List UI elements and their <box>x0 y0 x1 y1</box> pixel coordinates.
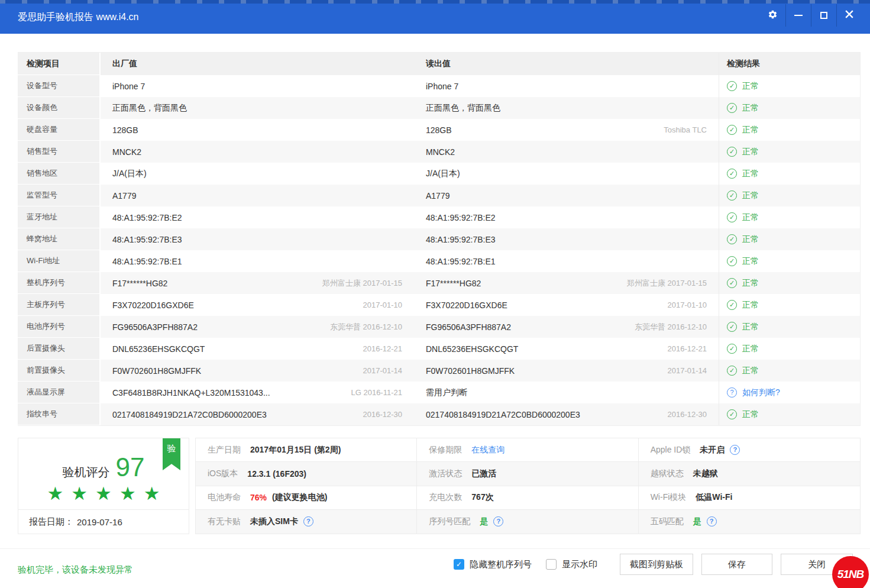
hide-serial-checkbox[interactable]: ✓ <box>454 559 464 570</box>
row-item-label: 设备型号 <box>18 75 101 97</box>
maximize-button[interactable] <box>811 4 836 27</box>
check-circle-icon: ✓ <box>727 234 737 244</box>
summary-section: 验 验机评分 97 ★★★★★ 报告日期： 2019-07-16 生产日期201… <box>18 438 861 534</box>
row-factory-value: C3F6481B8RJH1NKAQ+L320M1531043...LG 2016… <box>101 382 414 403</box>
row-read-value: MNCK2 <box>414 141 719 163</box>
check-circle-icon: ✓ <box>727 278 737 288</box>
question-circle-icon[interactable]: ? <box>730 445 740 455</box>
show-watermark-label: 显示水印 <box>562 559 597 570</box>
row-factory-value: 0217408184919D21A72C0BD6000200E32016-12-… <box>101 403 414 425</box>
info-value: 未越狱 <box>693 469 718 479</box>
question-circle-icon[interactable]: ? <box>303 516 313 526</box>
table-rows: 设备型号iPhone 7iPhone 7✓正常设备颜色正面黑色，背面黑色正面黑色… <box>18 75 860 425</box>
factory-value-note: 2017-01-14 <box>363 366 403 375</box>
row-result: ✓正常 <box>719 403 860 425</box>
table-row: 主板序列号F3X70220D16GXD6E2017-01-10F3X70220D… <box>18 294 860 316</box>
row-factory-value: 48:A1:95:92:7B:E3 <box>101 228 414 250</box>
table-row: 销售地区J/A(日本)J/A(日本)✓正常 <box>18 163 860 185</box>
online-query-link[interactable]: 在线查询 <box>471 445 504 455</box>
row-factory-value: FG96506A3PFH887A2东莞华普 2016-12-10 <box>101 316 414 338</box>
info-label: Wi-Fi模块 <box>651 492 687 503</box>
info-cell-有无卡贴: 有无卡贴未插入SIM卡? <box>196 510 417 534</box>
verification-status-text: 验机完毕，该设备未发现异常 <box>18 564 133 576</box>
info-cell-iOS版本: iOS版本12.3.1 (16F203) <box>196 462 417 486</box>
check-circle-icon: ✓ <box>727 125 737 135</box>
table-row: 蜂窝地址48:A1:95:92:7B:E348:A1:95:92:7B:E3✓正… <box>18 228 860 250</box>
check-circle-icon: ✓ <box>727 147 737 157</box>
question-circle-icon: ? <box>727 387 737 398</box>
result-normal-text: 正常 <box>742 147 759 157</box>
table-row: 设备颜色正面黑色，背面黑色正面黑色，背面黑色✓正常 <box>18 97 860 119</box>
info-cell-激活状态: 激活状态已激活 <box>417 462 638 486</box>
info-label: 生产日期 <box>208 445 241 455</box>
check-circle-icon: ✓ <box>727 81 737 91</box>
row-item-label: 电池序列号 <box>18 316 101 338</box>
settings-button[interactable] <box>760 4 785 27</box>
read-value-note: 郑州富士康 2017-01-15 <box>627 278 707 289</box>
info-value-text: 2017年01月15日 (第2周) <box>250 445 341 455</box>
info-label: 越狱状态 <box>651 469 684 479</box>
row-result: ✓正常 <box>719 250 860 272</box>
result-normal-text: 正常 <box>742 344 759 354</box>
hide-serial-label: 隐藏整机序列号 <box>470 559 532 570</box>
row-read-value: 0217408184919D21A72C0BD6000200E32016-12-… <box>414 403 719 425</box>
row-result: ✓正常 <box>719 360 860 382</box>
result-normal-text: 正常 <box>742 300 759 311</box>
row-read-value: 48:A1:95:92:7B:E1 <box>414 250 719 272</box>
factory-value-note: 2017-01-10 <box>363 301 403 309</box>
factory-value-text: iPhone 7 <box>112 82 145 91</box>
read-value-note: 2017-01-14 <box>668 366 707 375</box>
minimize-button[interactable] <box>785 4 811 27</box>
read-value-text: 48:A1:95:92:7B:E3 <box>426 235 496 244</box>
info-label: 五码匹配 <box>651 516 684 527</box>
screenshot-to-clipboard-button[interactable]: 截图到剪贴板 <box>620 554 693 575</box>
row-read-value: DNL65236EHSGKCQGT2016-12-21 <box>414 338 719 360</box>
check-circle-icon: ✓ <box>727 256 737 266</box>
result-normal-text: 正常 <box>742 169 759 179</box>
result-normal-text: 正常 <box>742 234 759 245</box>
how-to-judge-link[interactable]: 如何判断? <box>742 387 780 398</box>
row-read-value: F3X70220D16GXD6E2017-01-10 <box>414 294 719 316</box>
close-button[interactable] <box>836 4 862 27</box>
save-button[interactable]: 保存 <box>701 554 772 575</box>
read-value-text: DNL65236EHSGKCQGT <box>426 344 518 354</box>
info-value-text: 是 <box>693 516 701 527</box>
window-title: 爱思助手验机报告 www.i4.cn <box>18 11 138 24</box>
info-value: 低温Wi-Fi <box>696 492 732 503</box>
row-read-value: 需用户判断 <box>414 382 719 403</box>
factory-value-text: C3F6481B8RJH1NKAQ+L320M1531043... <box>112 388 270 398</box>
row-factory-value: F0W702601H8GMJFFK2017-01-14 <box>101 360 414 382</box>
info-value: 是? <box>480 516 503 527</box>
check-circle-icon: ✓ <box>727 169 737 179</box>
close-icon <box>845 10 853 21</box>
question-circle-icon[interactable]: ? <box>707 516 717 526</box>
row-factory-value: F3X70220D16GXD6E2017-01-10 <box>101 294 414 316</box>
read-value-note: 东莞华普 2016-12-10 <box>635 322 707 332</box>
info-value-text: 未开启 <box>700 445 725 455</box>
score-value: 97 <box>116 453 145 482</box>
row-item-label: 设备颜色 <box>18 97 101 119</box>
row-read-value: iPhone 7 <box>414 75 719 97</box>
result-normal-text: 正常 <box>742 256 759 267</box>
row-factory-value: DNL65236EHSGKCQGT2016-12-21 <box>101 338 414 360</box>
row-factory-value: 128GB <box>101 119 414 141</box>
row-item-label: 监管型号 <box>18 185 101 206</box>
row-factory-value: MNCK2 <box>101 141 414 163</box>
info-cell-Wi-Fi模块: Wi-Fi模块低温Wi-Fi <box>639 486 860 510</box>
table-header-row: 检测项目 出厂值 读出值 检测结果 <box>18 53 860 75</box>
question-circle-icon[interactable]: ? <box>493 516 503 526</box>
row-factory-value: J/A(日本) <box>101 163 414 185</box>
result-normal-text: 正常 <box>742 409 759 420</box>
info-value-text: 低温Wi-Fi <box>696 492 732 503</box>
result-normal-text: 正常 <box>742 278 759 289</box>
row-result: ✓正常 <box>719 185 860 206</box>
score-panel: 验 验机评分 97 ★★★★★ 报告日期： 2019-07-16 <box>18 438 189 534</box>
show-watermark-checkbox[interactable] <box>546 559 557 570</box>
check-circle-icon: ✓ <box>727 190 737 201</box>
row-factory-value: F17******HG82郑州富士康 2017-01-15 <box>101 272 414 294</box>
info-cell-保修期限: 保修期限在线查询 <box>417 438 638 462</box>
row-item-label: Wi-Fi地址 <box>18 250 101 272</box>
factory-value-text: 正面黑色，背面黑色 <box>112 103 187 114</box>
maximize-icon <box>820 12 827 19</box>
result-normal-text: 正常 <box>742 125 759 135</box>
